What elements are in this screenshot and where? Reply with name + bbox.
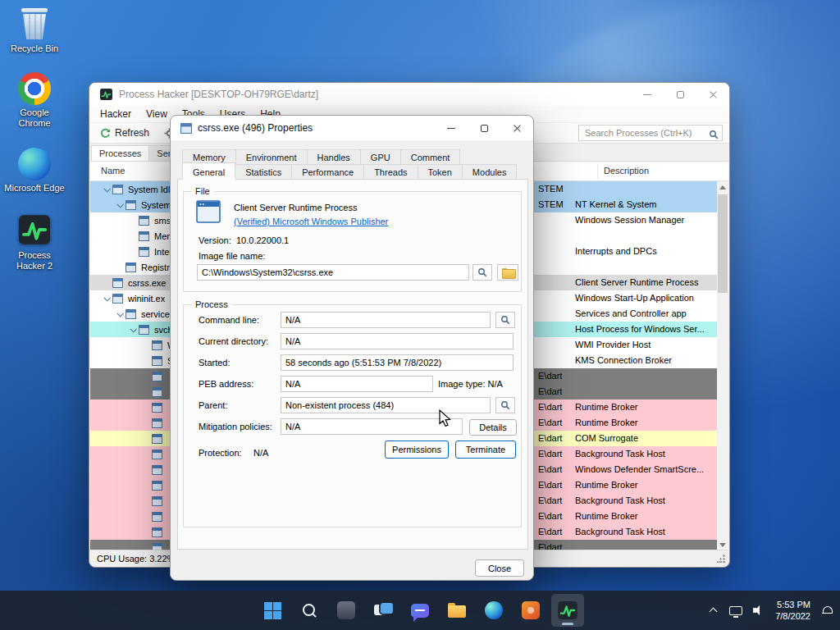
expand-collapse-icon[interactable] (114, 203, 126, 208)
open-folder-button[interactable] (497, 264, 518, 281)
dialog-tab-threads[interactable]: Threads (363, 164, 418, 180)
dialog-tab-modules[interactable]: Modules (462, 164, 518, 180)
taskbar-search-icon[interactable] (293, 594, 326, 627)
refresh-button[interactable]: Refresh (94, 125, 155, 141)
clock[interactable]: 5:53 PM 7/8/2022 (775, 599, 810, 623)
image-file-name-label: Image file name: (199, 251, 265, 261)
field-value: Non-existent process (484) (285, 400, 394, 410)
process-icon (112, 185, 126, 194)
expand-collapse-icon[interactable] (127, 327, 139, 332)
desktop-icon-process-hacker-2[interactable]: Process Hacker 2 (3, 212, 66, 272)
main-close-button[interactable] (696, 83, 729, 106)
volume-icon[interactable] (752, 602, 765, 619)
taskbar-edge-icon[interactable] (477, 594, 510, 627)
menu-item-hacker[interactable]: Hacker (93, 107, 139, 121)
column-header-name[interactable]: Name (101, 166, 125, 176)
taskbar-start-icon[interactable] (256, 594, 289, 627)
expand-collapse-icon[interactable] (101, 296, 112, 301)
field-value-box[interactable]: N/A (281, 312, 491, 328)
scroll-up-button[interactable] (717, 181, 728, 193)
scroll-down-button[interactable] (717, 539, 728, 550)
process-user: E\dart (538, 446, 562, 462)
store-glyph (522, 601, 540, 619)
process-user: STEM (538, 197, 564, 212)
view-tab-processes[interactable]: Processes (91, 145, 149, 161)
dialog-tab-performance[interactable]: Performance (291, 164, 364, 180)
process-description: Runtime Broker (575, 415, 714, 431)
desktop-icon-label: Microsoft Edge (4, 183, 65, 194)
search-button[interactable] (495, 397, 515, 413)
taskbar-file-explorer-icon[interactable] (441, 594, 473, 627)
taskbar-task-view-icon[interactable] (367, 594, 399, 627)
dialog-maximize-button[interactable] (468, 116, 500, 140)
desktop-icon-google-chrome[interactable]: Google Chrome (3, 72, 66, 129)
vertical-scrollbar[interactable] (717, 181, 728, 550)
process-icon (152, 496, 165, 506)
process-description: Runtime Broker (575, 509, 714, 524)
dialog-tab-general[interactable]: General (182, 162, 235, 180)
column-header-description[interactable]: Description (604, 166, 649, 176)
hidden-icons-chevron-icon[interactable] (706, 602, 719, 619)
network-icon[interactable] (729, 602, 742, 619)
field-value: N/A (285, 422, 300, 431)
process-icon (112, 294, 126, 304)
search-button[interactable] (495, 312, 515, 328)
main-minimize-button[interactable] (631, 83, 664, 106)
taskbar-store-icon[interactable] (514, 594, 547, 627)
process-icon (152, 418, 165, 428)
field-value-box[interactable]: 58 seconds ago (5:51:53 PM 7/8/2022) (281, 354, 514, 371)
field-label: PEB address: (199, 376, 253, 392)
field-value-box[interactable]: N/A (281, 333, 514, 349)
desktop-icon-label: Recycle Bin (4, 43, 65, 54)
search-processes-input[interactable] (578, 125, 723, 141)
taskbar-chat-icon[interactable] (404, 594, 436, 627)
field-value: N/A (285, 315, 300, 325)
process-group: Process Protection: N/A Permissions Term… (183, 304, 522, 527)
field-label: Current directory: (199, 333, 268, 349)
terminate-button[interactable]: Terminate (455, 441, 516, 459)
process-description: Windows Session Manager (575, 212, 714, 228)
dialog-tab-gpu[interactable]: GPU (360, 149, 401, 165)
process-description: Background Task Host (575, 524, 714, 540)
process-description: Background Task Host (575, 446, 714, 462)
field-value-box[interactable]: Non-existent process (484) (281, 397, 491, 413)
expand-collapse-icon[interactable] (101, 187, 112, 192)
dialog-tab-handles[interactable]: Handles (307, 149, 361, 165)
field-value-box[interactable]: N/A (281, 418, 463, 435)
main-window-titlebar[interactable]: Process Hacker [DESKTOP-OH79RGE\dartz] (89, 83, 729, 106)
dialog-titlebar[interactable]: csrss.exe (496) Properties (171, 116, 533, 140)
dialog-tab-token[interactable]: Token (418, 164, 463, 180)
inspect-image-button[interactable] (472, 264, 492, 281)
details-button[interactable]: Details (469, 419, 517, 436)
close-button[interactable]: Close (475, 559, 524, 577)
dialog-close-button[interactable] (500, 116, 533, 140)
file-explorer-glyph (448, 603, 466, 618)
process-icon (139, 325, 152, 335)
main-maximize-button[interactable] (664, 83, 696, 106)
desktop-icon-recycle-bin[interactable]: Recycle Bin (3, 7, 66, 54)
expand-collapse-icon[interactable] (114, 312, 126, 317)
taskbar-process-hacker-icon[interactable] (551, 594, 584, 627)
search-glyph (301, 602, 317, 619)
process-description: Background Task Host (575, 493, 714, 509)
task-view-glyph (374, 603, 393, 618)
field-value: N/A (285, 379, 300, 389)
dialog-minimize-button[interactable] (435, 116, 468, 140)
csrss-app-icon (180, 123, 192, 134)
permissions-button[interactable]: Permissions (385, 441, 449, 459)
desktop-icon-microsoft-edge[interactable]: Microsoft Edge (3, 148, 66, 194)
dialog-tab-statistics[interactable]: Statistics (235, 164, 292, 180)
process-description: Windows Defender SmartScre... (575, 462, 714, 477)
field-value-box[interactable]: N/A (281, 376, 433, 392)
version-value: 10.0.22000.1 (236, 235, 289, 245)
resize-grip[interactable] (717, 555, 725, 563)
image-path-field[interactable]: C:\Windows\System32\csrss.exe (197, 264, 469, 281)
dialog-tab-environment[interactable]: Environment (235, 149, 308, 165)
verified-publisher-link[interactable]: (Verified) Microsoft Windows Publisher (234, 217, 388, 226)
protection-value: N/A (253, 445, 268, 461)
scrollbar-thumb[interactable] (718, 194, 728, 293)
notifications-bell-icon[interactable] (820, 602, 833, 619)
dialog-tab-comment[interactable]: Comment (400, 149, 461, 165)
process-icon (152, 527, 165, 537)
taskbar-widgets-icon[interactable] (330, 594, 363, 627)
